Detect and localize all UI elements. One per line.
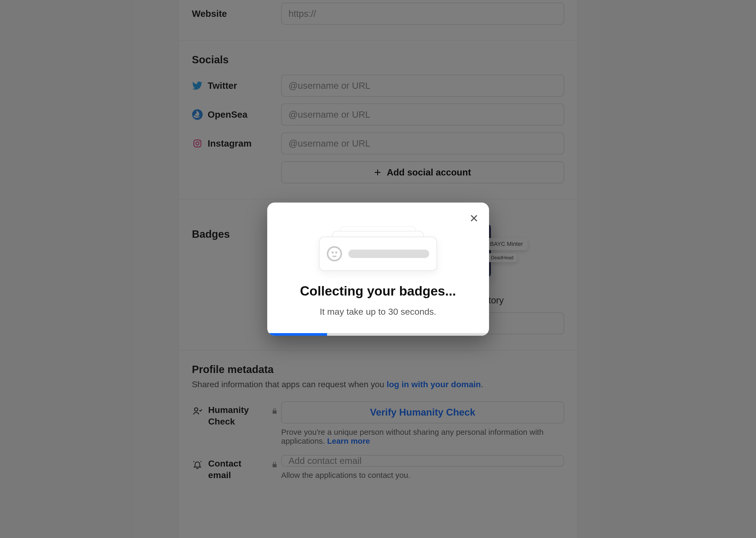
smiley-icon xyxy=(327,246,342,261)
modal-overlay: ✕ Collecting your badges... It may take … xyxy=(0,0,756,538)
modal-title: Collecting your badges... xyxy=(280,284,476,299)
modal-illustration xyxy=(280,221,476,273)
progress-fill xyxy=(267,333,327,336)
collecting-badges-modal: ✕ Collecting your badges... It may take … xyxy=(267,202,489,336)
modal-subtitle: It may take up to 30 seconds. xyxy=(280,306,476,317)
progress-bar xyxy=(267,333,489,336)
